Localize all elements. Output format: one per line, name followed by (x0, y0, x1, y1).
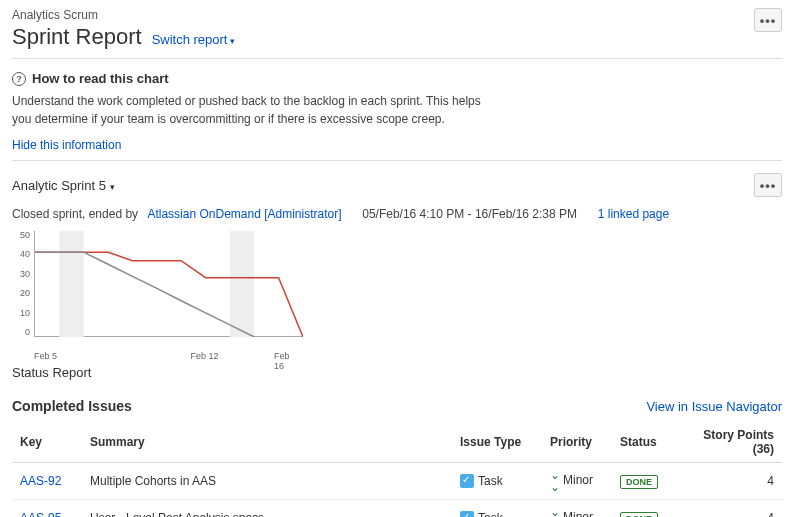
sprint-actions-button[interactable]: ••• (754, 173, 782, 197)
breadcrumb[interactable]: Analytics Scrum (12, 8, 235, 22)
help-icon: ? (12, 72, 26, 86)
closed-prefix: Closed sprint, ended by (12, 207, 138, 221)
sprint-selector[interactable]: Analytic Sprint 5 ▾ (12, 178, 115, 193)
issue-points: 4 (672, 463, 782, 500)
task-icon (460, 474, 474, 488)
sprint-meta: Closed sprint, ended by Atlassian OnDema… (12, 207, 782, 221)
switch-report-link[interactable]: Switch report▾ (152, 32, 235, 47)
hide-info-link[interactable]: Hide this information (12, 138, 121, 152)
chevron-down-icon: ▾ (110, 182, 115, 192)
svg-rect-1 (230, 231, 254, 337)
priority-minor-icon: ⌄⌄ (550, 469, 560, 493)
view-in-navigator-link[interactable]: View in Issue Navigator (646, 399, 782, 414)
issue-summary: Multiple Cohorts in AAS (82, 463, 452, 500)
more-actions-button[interactable]: ••• (754, 8, 782, 32)
sprint-date-range: 05/Feb/16 4:10 PM - 16/Feb/16 2:38 PM (362, 207, 577, 221)
info-body: Understand the work completed or pushed … (12, 92, 492, 128)
completed-issues-table: Key Summary Issue Type Priority Status S… (12, 422, 782, 517)
issue-points: 4 (672, 500, 782, 518)
info-title: How to read this chart (32, 71, 169, 86)
chevron-down-icon: ▾ (230, 36, 235, 46)
status-badge: DONE (620, 512, 658, 518)
switch-report-label: Switch report (152, 32, 228, 47)
issue-key-link[interactable]: AAS-92 (20, 474, 61, 488)
issue-priority: Minor (563, 473, 593, 487)
col-priority[interactable]: Priority (542, 422, 612, 463)
task-icon (460, 511, 474, 517)
issue-key-link[interactable]: AAS-95 (20, 511, 61, 517)
ellipsis-icon: ••• (760, 178, 777, 193)
burndown-chart: 50403020100 Feb 5Feb 12Feb 16 (12, 231, 302, 351)
col-summary[interactable]: Summary (82, 422, 452, 463)
priority-minor-icon: ⌄⌄ (550, 506, 560, 517)
sprint-name-label: Analytic Sprint 5 (12, 178, 106, 193)
divider (12, 58, 782, 59)
issue-type: Task (478, 511, 503, 517)
col-type[interactable]: Issue Type (452, 422, 542, 463)
issue-summary: User - Level Post Analysis specs (82, 500, 452, 518)
col-status[interactable]: Status (612, 422, 672, 463)
page-title: Sprint Report (12, 24, 142, 50)
ended-by-user-link[interactable]: Atlassian OnDemand [Administrator] (147, 207, 341, 221)
col-points[interactable]: Story Points (36) (672, 422, 782, 463)
table-row: AAS-95User - Level Post Analysis specsTa… (12, 500, 782, 518)
status-badge: DONE (620, 475, 658, 489)
ellipsis-icon: ••• (760, 13, 777, 28)
col-key[interactable]: Key (12, 422, 82, 463)
issue-priority: Minor (563, 510, 593, 517)
linked-pages-link[interactable]: 1 linked page (598, 207, 669, 221)
divider (12, 160, 782, 161)
status-report-heading: Status Report (12, 365, 782, 380)
svg-rect-0 (59, 231, 83, 337)
issue-type: Task (478, 474, 503, 488)
table-row: AAS-92Multiple Cohorts in AASTask⌄⌄Minor… (12, 463, 782, 500)
completed-issues-heading: Completed Issues (12, 398, 132, 414)
